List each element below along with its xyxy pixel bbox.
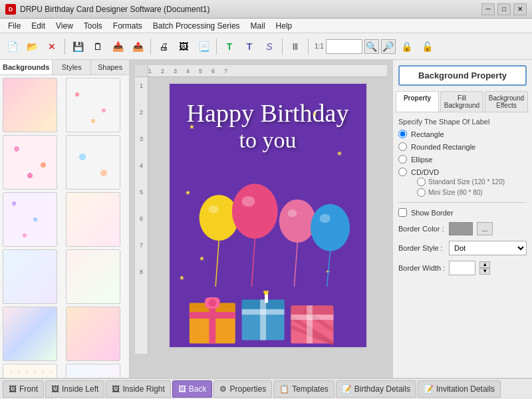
menu-item-tools[interactable]: Tools [78, 20, 108, 32]
bg-item-1[interactable] [3, 78, 57, 132]
tab-label: Inside Left [62, 384, 98, 394]
print-preview-button[interactable]: 🖼 [174, 37, 193, 56]
curve-text-button[interactable]: S [260, 37, 279, 56]
lock-button[interactable]: 🔒 [398, 37, 416, 56]
property-tabs: Property Fill Background Background Effe… [396, 91, 529, 112]
balloons [183, 174, 353, 294]
new-button[interactable]: 📄 [3, 37, 21, 56]
border-style-label: Border Style : [398, 244, 445, 252]
border-color-picker-button[interactable]: ... [477, 222, 493, 235]
bottom-tab-birthday-details[interactable]: 📝Birthday Details [336, 380, 416, 398]
bg-item-3[interactable] [3, 135, 57, 190]
border-color-swatch[interactable] [449, 222, 473, 235]
svg-rect-21 [260, 299, 266, 340]
maximize-button[interactable]: □ [497, 3, 511, 15]
bottom-tab-back[interactable]: 🖼Back [172, 380, 213, 398]
export-button[interactable]: 📤 [128, 37, 147, 56]
svg-rect-14 [209, 303, 215, 343]
bg-item-10[interactable] [66, 307, 120, 361]
tab-icon: 🖼 [9, 384, 17, 394]
save-button[interactable]: 💾 [68, 37, 87, 56]
menu-item-mail[interactable]: Mail [245, 20, 271, 32]
text-button[interactable]: T [220, 37, 239, 56]
menu-item-edit[interactable]: Edit [26, 20, 51, 32]
tab-property[interactable]: Property [396, 91, 439, 112]
save-as-button[interactable]: 🗒 [88, 37, 107, 56]
svg-point-4 [279, 200, 315, 243]
menu-item-help[interactable]: Help [271, 20, 298, 32]
bottom-tab-inside-right[interactable]: 🖼Inside Right [106, 380, 170, 398]
cddvd-section: CD/DVD Standard Size (120 * 120) Mini Si… [398, 168, 527, 197]
svg-point-0 [199, 195, 238, 241]
zoom-input[interactable]: 100% [326, 39, 362, 54]
delete-button[interactable]: ✕ [43, 37, 61, 56]
border-style-select[interactable]: SolidDotDashDash DotDash Dot Dot [449, 241, 527, 255]
radio-standard-size[interactable] [417, 178, 426, 186]
menu-item-batch-processing-series[interactable]: Batch Processing Series [148, 20, 245, 32]
zoom-in-button[interactable]: 🔍 [364, 39, 379, 54]
border-width-input[interactable]: 1 [449, 261, 475, 275]
svg-rect-15 [189, 312, 235, 319]
zoom-out-button[interactable]: 🔎 [381, 39, 396, 54]
bg-item-6[interactable] [66, 192, 120, 247]
page-setup-button[interactable]: 📃 [194, 37, 213, 56]
tab-icon: 🖼 [178, 384, 186, 394]
bg-item-9[interactable] [3, 307, 57, 361]
tab-icon: 🖼 [112, 384, 120, 394]
tab-background-effects[interactable]: Background Effects [485, 91, 528, 112]
label-rectangle: Rectangle [411, 130, 444, 138]
print-button[interactable]: 🖨 [154, 37, 173, 56]
toolbar-separator-1 [65, 39, 65, 55]
bg-item-5[interactable] [3, 192, 57, 247]
bg-item-2[interactable] [66, 78, 120, 132]
star-2: ★ [336, 150, 342, 157]
radio-mini-size[interactable] [417, 188, 426, 197]
bottom-tab-inside-left[interactable]: 🖼Inside Left [45, 380, 104, 398]
bg-item-12[interactable] [66, 364, 120, 378]
titlebar-controls: ─ □ ✕ [481, 3, 527, 15]
bg-item-4[interactable] [66, 135, 120, 190]
zoom-ratio: 1:1 [315, 43, 324, 50]
border-width-up[interactable]: ▲ [479, 261, 490, 268]
radio-rectangle[interactable] [398, 130, 407, 138]
radio-ellipse[interactable] [398, 155, 407, 164]
barcode-button[interactable]: ||| [286, 37, 305, 56]
bg-item-7[interactable] [3, 249, 57, 304]
svg-rect-28 [307, 305, 313, 343]
bottom-tab-invitation-details[interactable]: 📝Invitation Details [418, 380, 501, 398]
canvas-inner: ★ ★ ★ ★ ★ ✦ ✦ ★ Happy Birthday to you [148, 77, 387, 354]
birthday-card[interactable]: ★ ★ ★ ★ ★ ✦ ✦ ★ Happy Birthday to you [168, 82, 368, 348]
menu-item-view[interactable]: View [51, 20, 78, 32]
ruler-v-4: 4 [135, 162, 148, 189]
text2-button[interactable]: T [240, 37, 259, 56]
unlock-button[interactable]: 🔓 [418, 37, 437, 56]
shape-section-title: Specify The Shape Of Label [398, 118, 527, 126]
tab-fill-background[interactable]: Fill Background [440, 91, 483, 112]
bottom-tab-properties[interactable]: ⚙Properties [213, 380, 272, 398]
toolbar-separator-2 [150, 39, 151, 55]
show-border-checkbox[interactable] [398, 208, 407, 217]
titlebar-title: DRPU Birthday Card Designer Software (Do… [20, 5, 209, 14]
radio-row-rounded: Rounded Rectangle [398, 142, 527, 151]
minimize-button[interactable]: ─ [481, 3, 495, 15]
label-cddvd: CD/DVD [411, 168, 439, 176]
ruler-tick-2: 2 [161, 68, 164, 74]
import-button[interactable]: 📥 [108, 37, 127, 56]
open-button[interactable]: 📂 [23, 37, 41, 56]
bg-item-11[interactable] [3, 364, 57, 378]
menu-item-formats[interactable]: Formats [108, 20, 148, 32]
ruler-tick-5: 5 [199, 68, 202, 74]
tab-backgrounds[interactable]: Backgrounds [0, 60, 53, 74]
radio-rounded-rectangle[interactable] [398, 142, 407, 151]
menu-item-file[interactable]: File [3, 20, 26, 32]
bottom-tab-templates[interactable]: 📋Templates [273, 380, 334, 398]
border-width-down[interactable]: ▼ [479, 268, 490, 275]
radio-cddvd[interactable] [398, 168, 407, 176]
label-mini-size: Mini Size (80 * 80) [428, 189, 483, 196]
tab-styles[interactable]: Styles [53, 60, 91, 74]
svg-point-10 [287, 209, 297, 217]
bg-item-8[interactable] [66, 249, 120, 304]
tab-shapes[interactable]: Shapes [91, 60, 129, 74]
bottom-tab-front[interactable]: 🖼Front [3, 380, 44, 398]
close-button[interactable]: ✕ [513, 3, 527, 15]
